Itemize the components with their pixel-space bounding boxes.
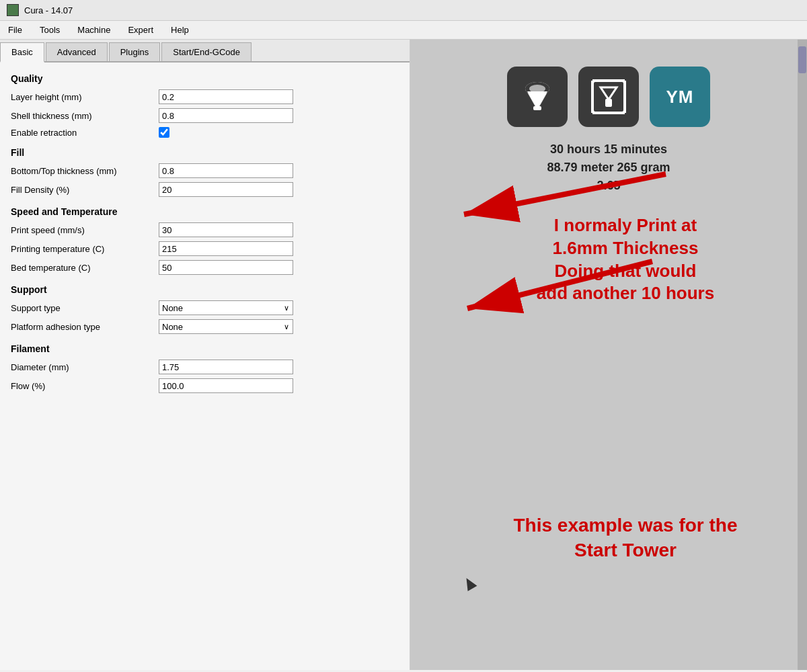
icon-box-1 xyxy=(507,67,568,127)
input-print-speed[interactable] xyxy=(159,222,293,237)
app-title: Cura - 14.07 xyxy=(24,5,73,15)
section-quality-title: Quality xyxy=(11,73,399,84)
field-bed-temperature: Bed temperature (C) xyxy=(11,260,399,275)
field-platform-adhesion: Platform adhesion type None Brim Raft xyxy=(11,319,399,334)
field-diameter: Diameter (mm) xyxy=(11,360,399,374)
input-shell-thickness[interactable] xyxy=(159,108,293,123)
label-diameter: Diameter (mm) xyxy=(11,362,159,372)
label-layer-height: Layer height (mm) xyxy=(11,92,159,102)
label-flow: Flow (%) xyxy=(11,381,159,391)
menu-help[interactable]: Help xyxy=(168,24,192,36)
label-bottom-top-thickness: Bottom/Top thickness (mm) xyxy=(11,166,159,176)
svg-rect-5 xyxy=(533,106,541,110)
menu-machine[interactable]: Machine xyxy=(75,24,113,36)
main-layout: Basic Advanced Plugins Start/End-GCode Q… xyxy=(0,40,807,670)
field-fill-density: Fill Density (%) xyxy=(11,182,399,197)
menu-expert[interactable]: Expert xyxy=(125,24,156,36)
tab-startendgcode[interactable]: Start/End-GCode xyxy=(161,42,252,61)
scrollbar-thumb[interactable] xyxy=(798,46,806,73)
svg-marker-7 xyxy=(601,87,617,99)
label-shell-thickness: Shell thickness (mm) xyxy=(11,111,159,121)
ym-label: YM xyxy=(666,87,694,108)
stat-material: 88.79 meter 265 gram xyxy=(547,159,670,177)
app-icon xyxy=(7,4,19,16)
input-flow[interactable] xyxy=(159,378,293,393)
input-printing-temperature[interactable] xyxy=(159,241,293,256)
field-flow: Flow (%) xyxy=(11,378,399,393)
dropdown-support-type[interactable]: None Touching buildplate Everywhere xyxy=(159,300,293,315)
menu-bar: File Tools Machine Expert Help xyxy=(0,21,807,40)
icon-box-ym: YM xyxy=(650,67,710,127)
cursor-pointer xyxy=(462,575,477,591)
section-support-title: Support xyxy=(11,284,399,295)
input-bottom-top-thickness[interactable] xyxy=(159,163,293,178)
input-layer-height[interactable] xyxy=(159,89,293,104)
field-print-speed: Print speed (mm/s) xyxy=(11,222,399,237)
label-printing-temperature: Printing temperature (C) xyxy=(11,244,159,254)
annotation-text-2: This example was for theStart Tower xyxy=(457,513,794,562)
label-fill-density: Fill Density (%) xyxy=(11,185,159,195)
field-enable-retraction: Enable retraction xyxy=(11,127,399,138)
section-filament-title: Filament xyxy=(11,343,399,354)
label-enable-retraction: Enable retraction xyxy=(11,128,159,138)
dropdown-platform-adhesion[interactable]: None Brim Raft xyxy=(159,319,293,334)
field-printing-temperature: Printing temperature (C) xyxy=(11,241,399,256)
svg-rect-6 xyxy=(592,81,625,113)
title-bar: Cura - 14.07 xyxy=(0,0,807,21)
print-stats: 30 hours 15 minutes 88.79 meter 265 gram… xyxy=(547,140,670,195)
tab-bar: Basic Advanced Plugins Start/End-GCode xyxy=(0,40,410,62)
field-layer-height: Layer height (mm) xyxy=(11,89,399,104)
section-fill-title: Fill xyxy=(11,147,399,158)
menu-file[interactable]: File xyxy=(5,24,25,36)
svg-rect-8 xyxy=(605,99,612,107)
label-print-speed: Print speed (mm/s) xyxy=(11,225,159,235)
stat-time: 30 hours 15 minutes xyxy=(547,140,670,159)
tab-advanced[interactable]: Advanced xyxy=(46,42,108,61)
input-diameter[interactable] xyxy=(159,360,293,374)
settings-form: Quality Layer height (mm) Shell thicknes… xyxy=(0,62,410,670)
left-panel: Basic Advanced Plugins Start/End-GCode Q… xyxy=(0,40,410,670)
menu-tools[interactable]: Tools xyxy=(37,24,63,36)
frame-icon xyxy=(588,77,629,117)
input-fill-density[interactable] xyxy=(159,182,293,197)
label-support-type: Support type xyxy=(11,303,159,313)
right-panel: YM 30 hours 15 minutes 88.79 meter 265 g… xyxy=(410,40,807,670)
label-platform-adhesion: Platform adhesion type xyxy=(11,322,159,332)
input-bed-temperature[interactable] xyxy=(159,260,293,275)
icon-box-2 xyxy=(578,67,639,127)
tab-plugins[interactable]: Plugins xyxy=(109,42,161,61)
annotation-text-1: I normaly Print at1.6mm ThicknessDoing t… xyxy=(457,214,794,305)
section-speed-temp-title: Speed and Temperature xyxy=(11,206,399,217)
tab-basic[interactable]: Basic xyxy=(0,42,44,62)
checkbox-enable-retraction[interactable] xyxy=(159,127,169,138)
field-bottom-top-thickness: Bottom/Top thickness (mm) xyxy=(11,163,399,178)
field-shell-thickness: Shell thickness (mm) xyxy=(11,108,399,123)
label-bed-temperature: Bed temperature (C) xyxy=(11,263,159,273)
field-support-type: Support type None Touching buildplate Ev… xyxy=(11,300,399,315)
icons-row: YM xyxy=(507,67,710,127)
stat-cost: 2.65 xyxy=(547,177,670,195)
printer-icon xyxy=(517,77,558,117)
right-scrollbar[interactable] xyxy=(798,40,807,670)
